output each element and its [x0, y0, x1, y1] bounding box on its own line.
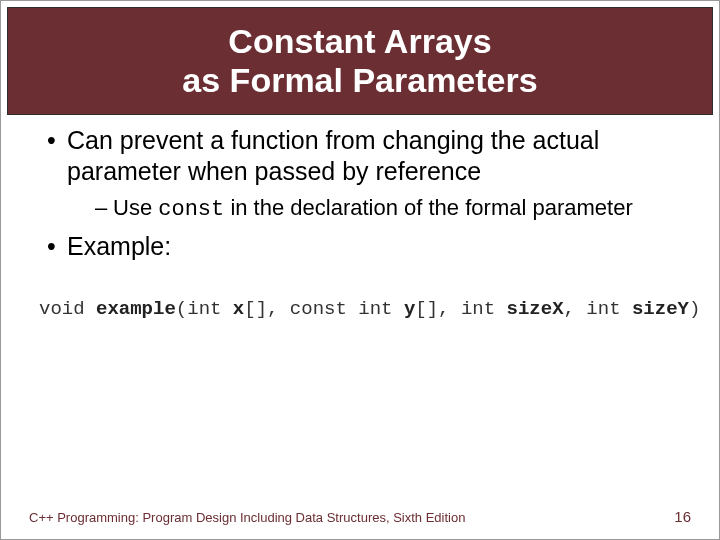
bullet-1-text: Can prevent a function from changing the… [67, 126, 599, 185]
code-t3: (int [176, 298, 233, 320]
code-example: void example(int x[], const int y[], int… [29, 270, 691, 320]
sub-bullet-list: Use const in the declaration of the form… [67, 194, 691, 224]
bullet-2-text: Example: [67, 232, 171, 260]
page-number: 16 [674, 508, 691, 525]
bullet-1: Can prevent a function from changing the… [47, 125, 691, 223]
code-t9: , int [564, 298, 632, 320]
footer-text: C++ Programming: Program Design Includin… [29, 510, 465, 525]
footer: C++ Programming: Program Design Includin… [1, 508, 719, 525]
code-t5: [], const int [244, 298, 404, 320]
title-bar: Constant Arrays as Formal Parameters [7, 7, 713, 115]
sub-bullet-1-code: const [158, 197, 224, 222]
code-t10: sizeY [632, 298, 689, 320]
code-t1: void [39, 298, 96, 320]
bullet-2: Example: [47, 231, 691, 262]
code-t11: ) [689, 298, 700, 320]
slide: Constant Arrays as Formal Parameters Can… [0, 0, 720, 540]
code-t8: sizeX [507, 298, 564, 320]
sub-bullet-1: Use const in the declaration of the form… [95, 194, 691, 224]
bullet-list: Can prevent a function from changing the… [29, 125, 691, 262]
code-t2: example [96, 298, 176, 320]
sub-bullet-1-post: in the declaration of the formal paramet… [224, 195, 632, 220]
slide-title: Constant Arrays as Formal Parameters [182, 22, 537, 100]
code-t6: y [404, 298, 415, 320]
slide-content: Can prevent a function from changing the… [1, 115, 719, 320]
code-t7: [], int [415, 298, 506, 320]
sub-bullet-1-pre: Use [113, 195, 158, 220]
code-t4: x [233, 298, 244, 320]
